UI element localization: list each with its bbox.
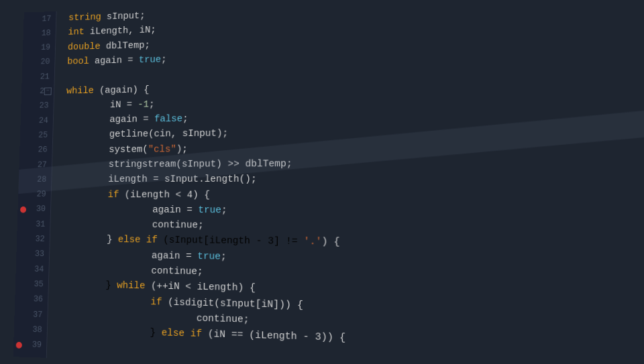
code-line-27: stringstream(sInput) >> dblTemp; — [64, 155, 644, 172]
line-number-24: 24 — [38, 113, 48, 128]
line-number-34: 34 — [34, 262, 44, 278]
line-number-20: 20 — [40, 55, 50, 70]
line-number-27: 27 — [37, 158, 47, 172]
line-number-39: 39 — [32, 337, 42, 353]
code-editor: 1718192021222324252627282930313233343536… — [13, 0, 644, 364]
line-number-30: 30 — [36, 202, 46, 217]
line-number-36: 36 — [33, 292, 43, 307]
breakpoint-dot — [16, 342, 22, 349]
line-number-32: 32 — [35, 232, 45, 247]
line-number-25: 25 — [38, 128, 48, 143]
line-number-17: 17 — [42, 11, 51, 26]
code-line-29: if (iLength < 4) { — [63, 187, 644, 204]
line-number-18: 18 — [41, 26, 51, 41]
line-number-21: 21 — [40, 70, 50, 84]
line-number-19: 19 — [41, 40, 51, 55]
line-number-38: 38 — [32, 322, 42, 338]
code-content: string sInput;int iLength, iN;double dbl… — [47, 0, 644, 364]
line-number-23: 23 — [39, 99, 49, 113]
code-line-28: iLength = sInput.length(); — [64, 171, 644, 188]
breakpoint-dot — [20, 206, 26, 213]
line-number-26: 26 — [38, 143, 48, 158]
line-number-28: 28 — [37, 172, 47, 187]
line-number-29: 29 — [36, 187, 46, 202]
line-number-37: 37 — [33, 307, 43, 322]
line-number-31: 31 — [36, 217, 46, 232]
fold-icon[interactable]: − — [44, 87, 52, 95]
line-number-35: 35 — [34, 277, 44, 292]
line-number-33: 33 — [34, 247, 44, 262]
